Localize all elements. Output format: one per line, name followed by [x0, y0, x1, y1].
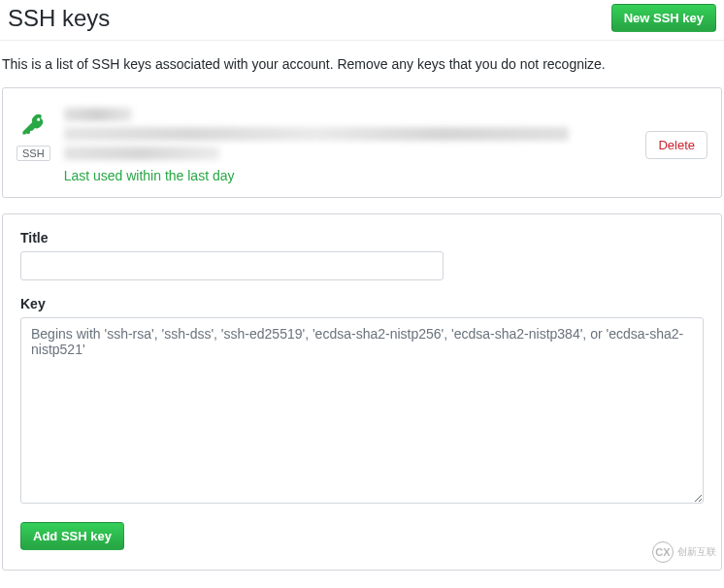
delete-key-button[interactable]: Delete [645, 131, 708, 159]
watermark: CX 创新互联 [652, 541, 716, 563]
add-key-form: Title Key Add SSH key [2, 213, 722, 571]
page-title: SSH keys [8, 5, 110, 32]
title-label: Title [20, 230, 704, 245]
ssh-key-list: SSH Last used within the last day Delete [2, 87, 722, 198]
key-name-redacted [64, 108, 132, 121]
ssh-badge: SSH [16, 146, 50, 161]
key-last-used: Last used within the last day [64, 168, 637, 183]
key-icon [20, 112, 46, 140]
page-description: This is a list of SSH keys associated wi… [0, 41, 724, 87]
key-fingerprint-redacted [64, 127, 569, 141]
title-input[interactable] [20, 251, 444, 280]
key-label: Key [20, 296, 704, 311]
new-ssh-key-button[interactable]: New SSH key [611, 4, 716, 32]
key-added-redacted [64, 147, 219, 160]
key-textarea[interactable] [20, 317, 704, 504]
ssh-key-item: SSH Last used within the last day Delete [16, 108, 708, 183]
watermark-text: 创新互联 [677, 545, 716, 559]
add-ssh-key-button[interactable]: Add SSH key [20, 522, 124, 550]
watermark-logo: CX [652, 541, 674, 563]
